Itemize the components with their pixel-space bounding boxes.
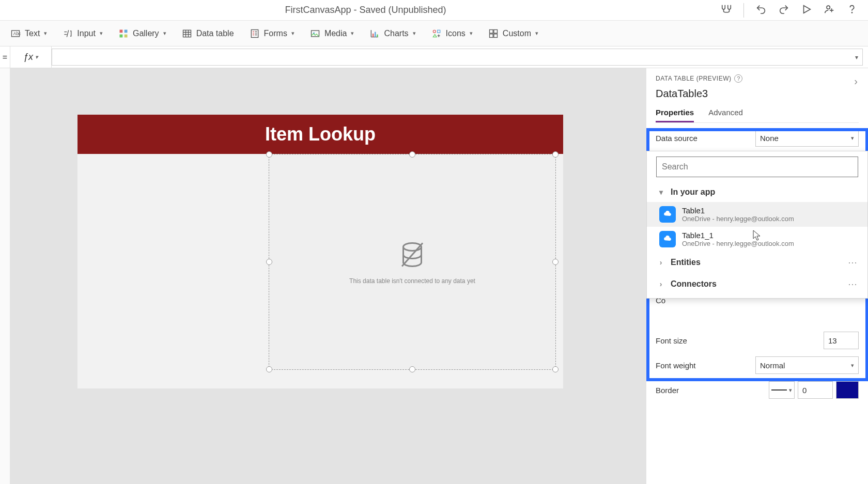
formula-bar: = ƒx▾ ▾	[0, 46, 868, 68]
data-table-empty-message: This data table isn't connected to any d…	[349, 277, 475, 285]
svg-marker-0	[804, 5, 811, 13]
data-table-control[interactable]: This data table isn't connected to any d…	[269, 154, 556, 370]
datasource-item-sub: OneDrive - henry.legge@outlook.com	[682, 240, 794, 247]
prop-datasource-label: Data source	[656, 134, 723, 143]
ribbon-gallery-label: Gallery	[133, 29, 159, 38]
prop-fontsize-label: Font size	[656, 336, 723, 345]
chevron-right-icon: ›	[656, 258, 665, 267]
ribbon-datatable-label: Data table	[196, 29, 234, 38]
svg-point-2	[851, 12, 852, 12]
svg-rect-8	[125, 34, 128, 37]
control-name: DataTable3	[656, 88, 859, 100]
ribbon-input-label: Input	[77, 29, 96, 38]
redo-icon[interactable]	[778, 4, 789, 17]
search-input[interactable]	[656, 157, 858, 177]
left-rail[interactable]	[0, 68, 10, 484]
svg-line-23	[402, 243, 423, 267]
control-type-label: DATA TABLE (PREVIEW) ?	[656, 74, 859, 83]
svg-rect-13	[373, 34, 374, 37]
ribbon-text[interactable]: Abc Text▾	[10, 28, 47, 39]
datasource-flyout: ▾ In your app Table1 OneDrive - henry.le…	[646, 151, 868, 299]
ribbon-charts-label: Charts	[384, 29, 408, 38]
datasource-item-name: Table1_1	[682, 231, 794, 240]
datasource-search[interactable]	[656, 157, 858, 177]
expand-panel-icon[interactable]: ›	[854, 75, 858, 87]
svg-point-1	[827, 6, 830, 9]
datasource-item-sub: OneDrive - henry.legge@outlook.com	[682, 215, 794, 223]
svg-rect-21	[494, 34, 498, 37]
svg-point-16	[433, 30, 436, 33]
tab-properties[interactable]: Properties	[656, 108, 694, 122]
datasource-item-name: Table1	[682, 206, 794, 215]
ribbon-custom[interactable]: Custom▾	[488, 28, 538, 39]
help-icon[interactable]	[846, 4, 858, 17]
help-icon[interactable]: ?	[734, 74, 742, 83]
prop-datasource-select[interactable]: None▾	[755, 129, 859, 147]
prop-border-label: Border	[656, 386, 723, 395]
chevron-right-icon: ›	[656, 280, 665, 288]
prop-fontweight-label: Font weight	[656, 361, 723, 370]
svg-text:Abc: Abc	[13, 31, 21, 36]
svg-rect-9	[183, 30, 191, 37]
svg-rect-5	[119, 29, 122, 33]
svg-rect-6	[125, 29, 128, 33]
svg-rect-7	[119, 34, 122, 37]
property-dropdown[interactable]: =	[0, 46, 10, 68]
prop-border-color[interactable]	[836, 381, 859, 399]
undo-icon[interactable]	[755, 4, 767, 17]
onedrive-icon	[659, 206, 676, 223]
ribbon-icons[interactable]: Icons▾	[431, 28, 473, 39]
svg-rect-19	[494, 29, 498, 33]
more-icon[interactable]: ⋯	[848, 278, 858, 290]
onedrive-icon	[659, 231, 676, 247]
screen[interactable]: Item Lookup This data table isn't connec…	[78, 115, 563, 388]
play-icon[interactable]	[801, 4, 812, 17]
section-entities[interactable]: › Entities ⋯	[647, 252, 867, 273]
section-connectors[interactable]: › Connectors ⋯	[647, 273, 867, 295]
prop-fontweight-select[interactable]: Normal▾	[755, 356, 859, 374]
ribbon-custom-label: Custom	[503, 29, 531, 38]
more-icon[interactable]: ⋯	[848, 257, 858, 268]
fx-button[interactable]: ƒx▾	[10, 46, 52, 68]
properties-panel: › DATA TABLE (PREVIEW) ? DataTable3 Prop…	[646, 68, 868, 484]
svg-rect-14	[375, 32, 376, 37]
ribbon-icons-label: Icons	[446, 29, 466, 38]
ribbon-charts[interactable]: Charts▾	[369, 28, 415, 39]
svg-rect-17	[437, 30, 440, 33]
svg-rect-10	[251, 29, 258, 37]
canvas-area[interactable]: Item Lookup This data table isn't connec…	[10, 68, 646, 484]
datasource-item-table1-1[interactable]: Table1_1 OneDrive - henry.legge@outlook.…	[647, 227, 867, 252]
app-title: FirstCanvasApp - Saved (Unpublished)	[10, 5, 721, 15]
ribbon: Abc Text▾ Input▾ Gallery▾ Data table For…	[0, 21, 868, 46]
prop-border-width[interactable]: 0	[798, 381, 833, 399]
ribbon-media-label: Media	[324, 29, 347, 38]
ribbon-input[interactable]: Input▾	[63, 28, 103, 39]
ribbon-media[interactable]: Media▾	[310, 28, 354, 39]
share-icon[interactable]	[824, 4, 835, 17]
database-disconnected-icon	[397, 239, 428, 272]
svg-rect-18	[489, 29, 493, 33]
svg-rect-15	[377, 34, 379, 37]
ribbon-forms[interactable]: Forms▾	[250, 28, 295, 39]
ribbon-datatable[interactable]: Data table	[182, 28, 234, 39]
health-icon[interactable]	[721, 4, 732, 17]
ribbon-text-label: Text	[25, 29, 40, 38]
ribbon-forms-label: Forms	[264, 29, 287, 38]
titlebar-actions	[721, 3, 858, 18]
ribbon-gallery[interactable]: Gallery▾	[118, 28, 166, 39]
formula-input[interactable]: ▾	[52, 49, 863, 66]
screen-header-label: Item Lookup	[78, 115, 563, 154]
tab-advanced[interactable]: Advanced	[708, 108, 743, 122]
chevron-down-icon: ▾	[656, 188, 665, 196]
section-in-your-app[interactable]: ▾ In your app	[647, 182, 867, 202]
prop-fontsize-input[interactable]: 13	[824, 332, 859, 349]
prop-border-style[interactable]: ▾	[769, 381, 795, 399]
window-titlebar: FirstCanvasApp - Saved (Unpublished)	[0, 0, 868, 21]
datasource-item-table1[interactable]: Table1 OneDrive - henry.legge@outlook.co…	[647, 202, 867, 227]
svg-rect-20	[489, 34, 493, 37]
